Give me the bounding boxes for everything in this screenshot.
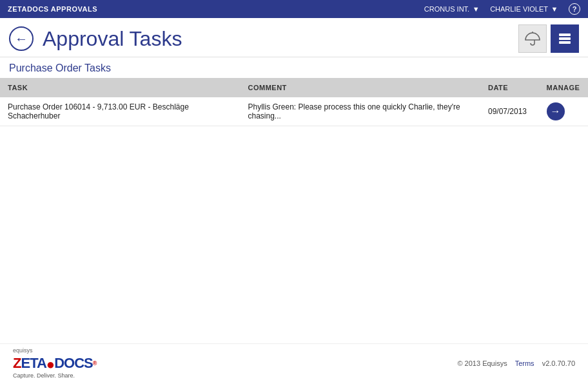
logo-eta-letters: ETA (21, 355, 46, 372)
column-task: TASK (0, 78, 240, 97)
user-name: CHARLIE VIOLET (490, 5, 548, 13)
header-icons (518, 24, 579, 53)
logo-z-letter: Z (13, 355, 21, 372)
column-comment: COMMENT (240, 78, 480, 97)
task-table: TASK COMMENT DATE MANAGE Purchase Order … (0, 78, 588, 126)
logo-circle-icon: ● (46, 356, 54, 373)
equisys-label: equisys (13, 347, 96, 354)
top-bar-right: CRONUS INT. ▼ CHARLIE VIOLET ▼ ? (424, 3, 580, 15)
umbrella-icon-button[interactable] (518, 24, 547, 53)
svg-rect-1 (559, 33, 571, 36)
header-left: ← Approval Tasks (9, 26, 182, 51)
company-chevron-icon: ▼ (472, 5, 480, 13)
column-date: DATE (480, 78, 539, 97)
manage-button[interactable]: → (547, 102, 565, 120)
help-button[interactable]: ? (569, 3, 580, 15)
page-title: Approval Tasks (43, 27, 182, 51)
column-manage: MANAGE (539, 78, 588, 97)
svg-rect-2 (559, 37, 571, 40)
date-cell: 09/07/2013 (480, 97, 539, 126)
company-selector[interactable]: CRONUS INT. ▼ (424, 5, 480, 13)
list-icon (558, 32, 572, 45)
footer-logo: equisys Z ETA ● DOCS ® Capture. Deliver.… (13, 347, 96, 379)
logo-docs-letters: DOCS (54, 355, 93, 372)
copyright-text: © 2013 Equisys (457, 359, 507, 367)
footer-right: © 2013 Equisys Terms v2.0.70.70 (457, 359, 575, 367)
top-bar: ZETADOCS APPROVALS CRONUS INT. ▼ CHARLIE… (0, 0, 588, 18)
company-name: CRONUS INT. (424, 5, 469, 13)
list-icon-button[interactable] (551, 24, 579, 53)
task-cell: Purchase Order 106014 - 9,713.00 EUR - B… (0, 97, 240, 126)
svg-rect-3 (559, 41, 571, 44)
app-name: ZETADOCS APPROVALS (8, 5, 97, 13)
manage-cell: → (539, 97, 588, 126)
zetadocs-logo: Z ETA ● DOCS ® (13, 355, 96, 372)
footer: equisys Z ETA ● DOCS ® Capture. Deliver.… (0, 343, 588, 382)
table-row: Purchase Order 106014 - 9,713.00 EUR - B… (0, 97, 588, 126)
back-button[interactable]: ← (9, 26, 34, 51)
user-chevron-icon: ▼ (551, 5, 558, 13)
table-header: TASK COMMENT DATE MANAGE (0, 78, 588, 97)
logo-registered: ® (93, 360, 97, 367)
header-area: ← Approval Tasks (0, 18, 588, 57)
terms-link[interactable]: Terms (515, 359, 534, 367)
logo-tagline: Capture. Deliver. Share. (13, 372, 96, 379)
version-text: v2.0.70.70 (542, 359, 575, 367)
umbrella-icon (524, 32, 541, 46)
section-subtitle: Purchase Order Tasks (0, 57, 588, 78)
comment-cell: Phyllis Green: Please process this one q… (240, 97, 480, 126)
user-selector[interactable]: CHARLIE VIOLET ▼ (490, 5, 558, 13)
